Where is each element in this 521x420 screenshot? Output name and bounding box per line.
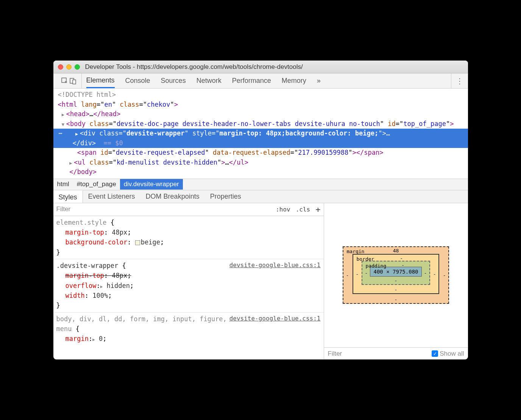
dom-selected-div[interactable]: ⋯ ▶<div class="devsite-wrapper" style="m… [53,129,468,148]
tab-network[interactable]: Network [197,73,222,88]
dom-ul[interactable]: ▶<ul class="kd-menulist devsite-hidden">… [53,158,468,168]
tab-properties[interactable]: Properties [205,190,246,203]
show-all-checkbox[interactable]: ✓ [432,350,438,357]
svg-rect-2 [73,80,76,84]
dom-body-close[interactable]: </body> [53,167,468,177]
main-tabs: Elements Console Sources Network Perform… [82,73,451,88]
maximize-icon[interactable] [75,64,80,70]
crumb-div[interactable]: div.devsite-wrapper [120,179,183,190]
crumb-html[interactable]: html [53,179,73,190]
tab-memory[interactable]: Memory [282,73,306,88]
computed-pane: margin 48 - - - border - - - - padding - [324,203,468,360]
minimize-icon[interactable] [66,64,72,70]
new-rule-button[interactable]: + [315,205,320,214]
main-toolbar: Elements Console Sources Network Perform… [53,73,468,89]
dom-body[interactable]: ▼<body class="devsite-doc-page devsite-h… [53,119,468,129]
tab-elements[interactable]: Elements [86,73,115,88]
dom-tree[interactable]: <!DOCTYPE html> <html lang="en" class="c… [53,89,468,179]
more-tabs[interactable]: » [317,73,321,88]
dom-doctype[interactable]: <!DOCTYPE html> [53,90,468,100]
styles-filter-bar: Filter :hov .cls + [53,203,324,216]
computed-filter-bar: Filter ✓ Show all [324,347,468,359]
tab-dom-breakpoints[interactable]: DOM Breakpoints [140,190,205,203]
source-link[interactable]: devsite-google-blue.css:1 [229,314,321,324]
tab-console[interactable]: Console [125,73,150,88]
kebab-menu-icon[interactable]: ⋮ [456,77,463,85]
crumb-body[interactable]: #top_of_page [73,179,120,190]
device-toggle-icon[interactable] [69,77,77,85]
styles-tabs: Styles Event Listeners DOM Breakpoints P… [53,190,468,203]
inspect-icon[interactable] [61,77,69,85]
traffic-lights [58,64,80,70]
rule-element-style[interactable]: element.style { margin-top: 48px; backgr… [53,216,324,259]
tab-listeners[interactable]: Event Listeners [83,190,140,203]
rule-reset[interactable]: devsite-google-blue.css:1 body, div, dl,… [53,313,324,345]
titlebar: Developer Tools - https://developers.goo… [53,61,468,73]
tab-styles[interactable]: Styles [53,190,83,203]
devtools-window: Developer Tools - https://developers.goo… [53,61,468,359]
bottom-split: Filter :hov .cls + element.style { margi… [53,203,468,360]
box-model[interactable]: margin 48 - - - border - - - - padding - [324,203,468,348]
hov-toggle[interactable]: :hov [276,206,290,213]
close-icon[interactable] [58,64,63,70]
source-link[interactable]: devsite-google-blue.css:1 [229,261,321,270]
dom-span[interactable]: <span id="devsite-request-elapsed" data-… [53,148,468,158]
dom-head[interactable]: ▶<head>…</head> [53,109,468,119]
tab-performance[interactable]: Performance [232,73,271,88]
cls-toggle[interactable]: .cls [296,206,310,213]
styles-pane: Filter :hov .cls + element.style { margi… [53,203,324,360]
color-swatch-icon[interactable] [135,240,140,245]
tab-sources[interactable]: Sources [161,73,186,88]
window-title: Developer Tools - https://developers.goo… [85,63,303,71]
rule-devsite-wrapper[interactable]: devsite-google-blue.css:1 .devsite-wrapp… [53,259,324,313]
filter-input[interactable]: Filter [56,205,71,213]
breadcrumb: html #top_of_page div.devsite-wrapper [53,179,468,190]
dom-html[interactable]: <html lang="en" class="chekov"> [53,100,468,110]
computed-filter-input[interactable]: Filter [328,350,342,358]
show-all-label: Show all [440,350,464,358]
